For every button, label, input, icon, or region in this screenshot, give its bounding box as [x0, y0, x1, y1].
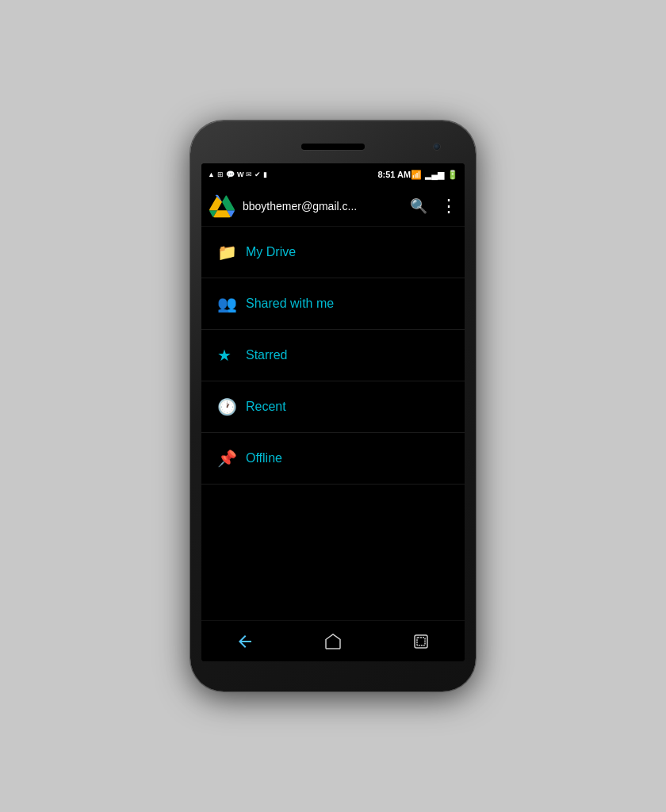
people-icon: 👥 — [217, 294, 246, 313]
status-time: 8:51 AM — [377, 170, 411, 179]
svg-rect-1 — [417, 638, 425, 645]
nav-label-my-drive: My Drive — [246, 245, 296, 259]
phone-bottom — [201, 661, 465, 677]
recents-icon — [411, 632, 431, 651]
status-icon-grid: ⊞ — [217, 170, 224, 178]
speaker — [301, 144, 365, 150]
action-bar-icons: 🔍 ⋮ — [410, 196, 457, 216]
search-icon[interactable]: 🔍 — [410, 197, 427, 215]
nav-menu: 📁 My Drive 👥 Shared with me ★ Starred 🕐 … — [201, 227, 465, 620]
status-icon-triangle: ▲ — [208, 170, 215, 178]
status-bar: ▲ ⊞ 💬 W ✉ ✔ ▮ 8:51 AM 📶 ▂▄▆ 🔋 — [201, 163, 465, 186]
signal-icon: ▂▄▆ — [425, 170, 444, 180]
drive-logo — [209, 193, 235, 219]
status-icon-chat: 💬 — [226, 170, 235, 178]
status-icons-right: 📶 ▂▄▆ 🔋 — [411, 170, 458, 180]
phone-screen: ▲ ⊞ 💬 W ✉ ✔ ▮ 8:51 AM 📶 ▂▄▆ 🔋 — [201, 163, 465, 661]
battery-icon: 🔋 — [447, 170, 458, 180]
nav-spacer — [201, 485, 465, 620]
action-bar: bboythemer@gmail.c... 🔍 ⋮ — [201, 186, 465, 227]
phone-top — [201, 135, 465, 159]
nav-label-starred: Starred — [246, 348, 287, 362]
home-button[interactable] — [317, 626, 349, 657]
bottom-nav-bar — [201, 620, 465, 661]
nav-item-recent[interactable]: 🕐 Recent — [201, 381, 465, 433]
pin-icon: 📌 — [217, 449, 246, 468]
nav-label-shared-with-me: Shared with me — [246, 297, 334, 311]
nav-item-starred[interactable]: ★ Starred — [201, 330, 465, 381]
status-icons-left: ▲ ⊞ 💬 W ✉ ✔ ▮ — [208, 170, 377, 178]
back-icon — [235, 632, 255, 651]
folder-icon: 📁 — [217, 243, 246, 262]
nav-item-shared-with-me[interactable]: 👥 Shared with me — [201, 278, 465, 330]
phone-device: ▲ ⊞ 💬 W ✉ ✔ ▮ 8:51 AM 📶 ▂▄▆ 🔋 — [190, 121, 476, 691]
home-icon — [323, 632, 343, 651]
nav-item-my-drive[interactable]: 📁 My Drive — [201, 227, 465, 278]
nav-label-recent: Recent — [246, 400, 286, 414]
back-button[interactable] — [229, 626, 261, 657]
recents-button[interactable] — [405, 626, 437, 657]
status-icon-mail: ✉ — [246, 170, 252, 178]
nav-item-offline[interactable]: 📌 Offline — [201, 433, 465, 485]
camera — [433, 143, 441, 151]
status-icon-sim: ▮ — [263, 170, 267, 178]
clock-icon: 🕐 — [217, 397, 246, 416]
account-email: bboythemer@gmail.c... — [243, 200, 369, 213]
status-icon-w: W — [237, 170, 244, 178]
status-icon-check: ✔ — [255, 170, 261, 178]
nav-label-offline: Offline — [246, 451, 282, 465]
wifi-icon: 📶 — [411, 170, 422, 180]
more-options-icon[interactable]: ⋮ — [440, 196, 457, 216]
star-icon: ★ — [217, 346, 246, 365]
